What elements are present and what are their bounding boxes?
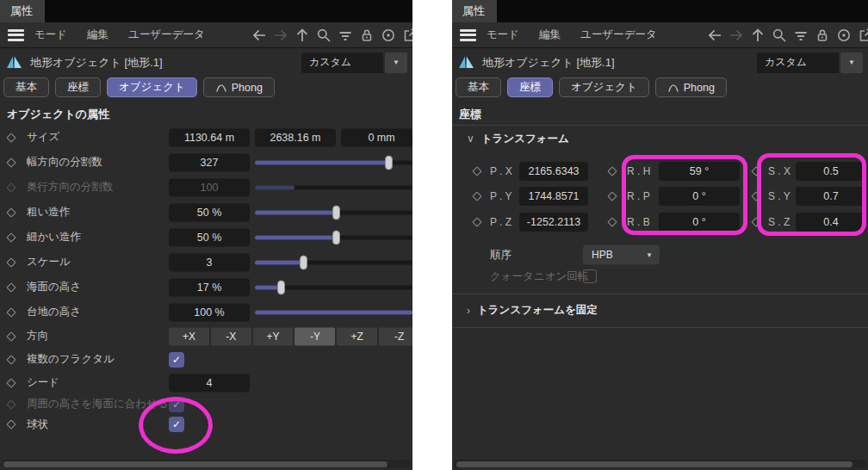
menu-mode[interactable]: モード — [487, 28, 519, 42]
tab-basic[interactable]: 基本 — [3, 77, 49, 97]
keyframe-diamond-icon[interactable] — [6, 331, 16, 341]
tab-phong[interactable]: Phong — [203, 77, 275, 97]
attributes-window-tab[interactable]: 属性 — [0, 0, 45, 22]
forward-arrow-icon[interactable] — [270, 26, 290, 45]
preset-dropdown[interactable]: カスタム ▼ — [301, 53, 407, 73]
orientation-minus-z-button[interactable]: -Z — [379, 327, 412, 345]
keyframe-diamond-icon[interactable] — [472, 217, 481, 226]
search-icon[interactable] — [313, 26, 333, 45]
keyframe-diamond-icon[interactable] — [6, 257, 16, 267]
tab-object[interactable]: オブジェクト — [559, 77, 649, 97]
tab-phong[interactable]: Phong — [655, 77, 727, 97]
lock-icon[interactable] — [356, 26, 376, 45]
position-y-field[interactable]: 1744.8571 — [519, 187, 588, 206]
keyframe-diamond-icon[interactable] — [6, 282, 16, 292]
rough-furrows-field[interactable]: 50 % — [169, 203, 250, 221]
chevron-down-icon[interactable]: ▼ — [840, 53, 863, 73]
keyframe-diamond-icon[interactable] — [472, 192, 481, 201]
scale-y-field[interactable]: 0.7 — [796, 187, 866, 206]
menu-mode[interactable]: モード — [34, 28, 67, 42]
keyframe-diamond-icon[interactable] — [607, 166, 617, 176]
position-z-field[interactable]: -1252.2113 — [519, 213, 588, 232]
keyframe-diamond-icon[interactable] — [6, 232, 16, 242]
scrollbar-thumb[interactable] — [456, 461, 852, 467]
track-target-icon[interactable] — [378, 26, 398, 45]
scale-z-field[interactable]: 0.4 — [796, 213, 866, 232]
position-x-field[interactable]: 2165.6343 — [519, 162, 588, 181]
filter-icon[interactable] — [790, 26, 810, 45]
sea-level-field[interactable]: 17 % — [169, 278, 250, 296]
sea-level-slider[interactable] — [255, 280, 412, 294]
fine-furrows-field[interactable]: 50 % — [169, 228, 250, 246]
spherical-checkbox[interactable]: ✓ — [169, 417, 184, 432]
orientation-plus-x-button[interactable]: +X — [169, 327, 209, 345]
keyframe-diamond-icon[interactable] — [6, 133, 16, 142]
chevron-right-icon[interactable]: › — [467, 305, 470, 317]
tab-coordinates[interactable]: 座標 — [507, 77, 553, 97]
scale-x-field[interactable]: 0.5 — [796, 162, 866, 181]
hamburger-menu-icon[interactable] — [460, 29, 476, 41]
keyframe-diamond-icon[interactable] — [6, 158, 16, 167]
back-arrow-icon[interactable] — [704, 26, 724, 45]
keyframe-diamond-icon[interactable] — [751, 192, 760, 201]
plateau-level-field[interactable]: 100 % — [169, 303, 250, 321]
hamburger-menu-icon[interactable] — [8, 29, 24, 41]
plateau-level-slider[interactable] — [255, 305, 412, 319]
keyframe-diamond-icon[interactable] — [6, 355, 16, 364]
filter-icon[interactable] — [335, 26, 355, 45]
tab-object[interactable]: オブジェクト — [107, 77, 197, 97]
size-y-field[interactable]: 2638.16 m — [255, 128, 336, 146]
preset-dropdown[interactable]: カスタム ▼ — [757, 53, 863, 73]
keyframe-diamond-icon[interactable] — [472, 166, 481, 176]
menu-edit[interactable]: 編集 — [87, 28, 108, 42]
chevron-down-icon[interactable]: ▼ — [385, 53, 407, 73]
forward-arrow-icon[interactable] — [726, 26, 746, 45]
orientation-plus-y-button[interactable]: +Y — [253, 327, 294, 345]
scale-slider[interactable] — [255, 255, 412, 269]
rotation-p-field[interactable]: 0 ° — [659, 187, 740, 206]
orientation-minus-x-button[interactable]: -X — [211, 327, 251, 345]
keyframe-diamond-icon[interactable] — [6, 419, 16, 429]
tab-basic[interactable]: 基本 — [456, 77, 501, 97]
keyframe-diamond-icon[interactable] — [751, 166, 760, 176]
size-x-field[interactable]: 1130.64 m — [169, 128, 250, 146]
size-z-field[interactable]: 0 mm — [341, 128, 412, 146]
keyframe-diamond-icon[interactable] — [607, 217, 617, 226]
width-segments-slider[interactable] — [255, 155, 412, 170]
freeze-transform-group-header[interactable]: › トランスフォームを固定 — [452, 294, 868, 327]
up-arrow-icon[interactable] — [292, 26, 312, 45]
rotation-h-field[interactable]: 59 ° — [659, 162, 740, 181]
keyframe-diamond-icon[interactable] — [6, 307, 16, 317]
seed-field[interactable]: 4 — [169, 374, 250, 392]
keyframe-diamond-icon[interactable] — [6, 207, 16, 217]
rotation-order-dropdown[interactable]: HPB ▼ — [583, 244, 660, 264]
scale-field[interactable]: 3 — [169, 253, 250, 271]
horizontal-scrollbar[interactable] — [2, 460, 411, 468]
search-icon[interactable] — [769, 26, 789, 45]
rough-furrows-slider[interactable] — [255, 205, 412, 220]
menu-edit[interactable]: 編集 — [539, 28, 561, 42]
multifractal-checkbox[interactable]: ✓ — [169, 352, 184, 368]
track-target-icon[interactable] — [834, 26, 853, 45]
transform-group-header[interactable]: ∨ トランスフォーム — [452, 126, 868, 152]
popout-window-icon[interactable] — [400, 26, 412, 45]
lock-icon[interactable] — [812, 26, 832, 45]
attributes-window-tab[interactable]: 属性 — [452, 0, 497, 22]
popout-window-icon[interactable] — [855, 26, 868, 45]
horizontal-scrollbar[interactable] — [454, 460, 866, 468]
menu-userdata[interactable]: ユーザーデータ — [128, 28, 205, 42]
orientation-minus-y-button[interactable]: -Y — [294, 327, 335, 345]
chevron-down-icon[interactable]: ∨ — [467, 133, 474, 145]
rotation-b-field[interactable]: 0 ° — [659, 213, 740, 232]
menu-userdata[interactable]: ユーザーデータ — [580, 28, 657, 42]
keyframe-diamond-icon[interactable] — [6, 378, 16, 387]
fine-furrows-slider[interactable] — [255, 230, 412, 244]
up-arrow-icon[interactable] — [747, 26, 767, 45]
tab-coordinates[interactable]: 座標 — [55, 77, 101, 97]
back-arrow-icon[interactable] — [249, 26, 269, 45]
scrollbar-thumb[interactable] — [3, 461, 388, 467]
keyframe-diamond-icon[interactable] — [607, 192, 617, 201]
width-segments-field[interactable]: 327 — [169, 153, 250, 171]
keyframe-diamond-icon[interactable] — [751, 217, 760, 226]
orientation-plus-z-button[interactable]: +Z — [337, 327, 377, 345]
